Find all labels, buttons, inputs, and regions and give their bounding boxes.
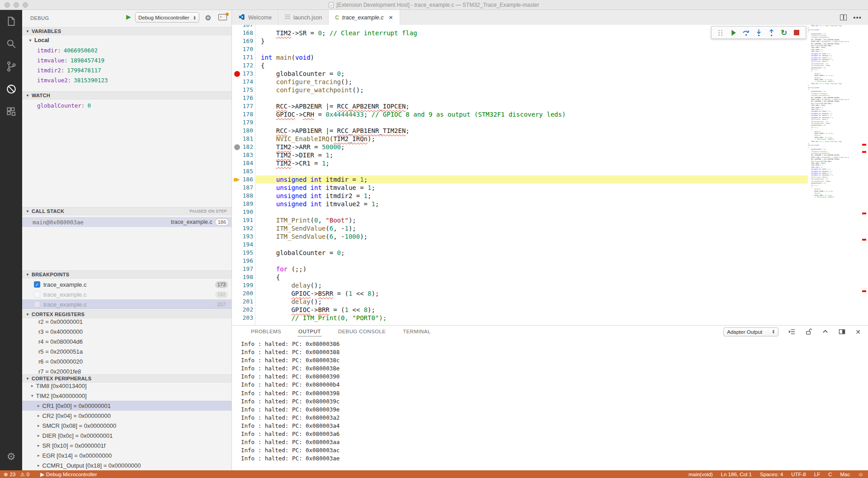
- more-actions-icon[interactable]: •••: [853, 14, 862, 21]
- feedback-smiley-icon[interactable]: ☺: [858, 472, 863, 477]
- code-line[interactable]: 184 TIM2->CR1 = 1;: [232, 159, 808, 167]
- code-line[interactable]: 186 unsigned int itmdir = 1;: [232, 175, 808, 184]
- toolbar-drag-grip[interactable]: [714, 27, 727, 38]
- code-line[interactable]: 178 GPIOC->CRH = 0x44444433; // GPIOC 8 …: [232, 110, 808, 118]
- peripheral-row[interactable]: ▸TIM8 [0x40013400]: [22, 381, 231, 391]
- tab-trace_example-c[interactable]: Ctrace_example.c✕: [329, 10, 400, 25]
- code-line[interactable]: 197 for (;;): [232, 265, 808, 273]
- code-line[interactable]: 199 delay();: [232, 281, 808, 289]
- peripheral-row[interactable]: ▾TIM2 [0x40000000]: [22, 391, 231, 401]
- code-line[interactable]: 177 RCC->APB2ENR |= RCC_APB2ENR_IOPCEN;: [232, 102, 808, 110]
- line-number[interactable]: 202: [232, 306, 261, 314]
- line-number[interactable]: 195: [232, 249, 261, 257]
- variable-row[interactable]: itmvalue2:3815390123: [22, 75, 231, 85]
- split-editor-icon[interactable]: [840, 14, 847, 20]
- watch-section-header[interactable]: ▼ WATCH: [22, 91, 231, 99]
- configure-gear-icon[interactable]: ⚙: [205, 14, 211, 22]
- start-debug-button[interactable]: ▶: [126, 13, 131, 20]
- panel-layout-icon[interactable]: [839, 328, 845, 335]
- code-line[interactable]: 200 GPIOC->BSRR = (1 << 8);: [232, 289, 808, 298]
- launch-config-dropdown[interactable]: Debug Microcontroller ▲▼: [135, 12, 199, 23]
- explorer-icon[interactable]: [0, 10, 22, 33]
- settings-gear-icon[interactable]: ⚙: [0, 447, 22, 467]
- debug-icon[interactable]: [0, 78, 22, 100]
- variable-row[interactable]: itmdir:4066950602: [22, 45, 231, 55]
- line-number[interactable]: 194: [232, 241, 261, 249]
- peripheral-row[interactable]: ▸CR2 [0x04] = 0x00000000: [22, 411, 231, 421]
- peripheral-row[interactable]: ▸SMCR [0x08] = 0x00000000: [22, 421, 231, 431]
- line-number[interactable]: 200: [232, 289, 261, 298]
- debug-console-icon[interactable]: ›: [218, 14, 227, 21]
- code-line[interactable]: 195 globalCounter = 0;: [232, 249, 808, 257]
- tab-welcome[interactable]: Welcome: [232, 10, 278, 25]
- code-line[interactable]: 176: [232, 94, 808, 102]
- line-number[interactable]: 187: [232, 184, 261, 192]
- register-row[interactable]: r5 = 0x2000051a: [22, 346, 231, 356]
- line-number[interactable]: 170: [232, 45, 261, 53]
- code-line[interactable]: 182 TIM2->ARR = 50000;: [232, 143, 808, 151]
- restart-button[interactable]: ↻: [778, 27, 790, 38]
- status-item-main-void-[interactable]: main(void): [689, 472, 713, 477]
- clear-output-icon[interactable]: [788, 328, 795, 335]
- line-number[interactable]: 185: [232, 167, 261, 175]
- code-line[interactable]: 180 RCC->APB1ENR |= RCC_APB1ENR_TIM2EN;: [232, 127, 808, 135]
- breakpoints-section-header[interactable]: ▼ BREAKPOINTS: [22, 270, 231, 279]
- status-item-spaces-4[interactable]: Spaces: 4: [760, 472, 783, 477]
- peripheral-row[interactable]: ▸DIER [0x0c] = 0x00000001: [22, 431, 231, 440]
- source-control-icon[interactable]: [0, 55, 22, 78]
- line-number[interactable]: 172: [232, 62, 261, 70]
- code-line[interactable]: 188 unsigned int itmdir2 = 1;: [232, 192, 808, 200]
- variables-section-header[interactable]: ▼ VARIABLES: [22, 27, 231, 35]
- code-line[interactable]: 173 globalCounter = 0;: [232, 70, 808, 78]
- line-number[interactable]: 171: [232, 53, 261, 62]
- step-over-button[interactable]: [740, 27, 752, 38]
- step-into-button[interactable]: [752, 27, 765, 38]
- status-item-utf-8[interactable]: UTF-8: [791, 472, 806, 477]
- line-number[interactable]: 176: [232, 94, 261, 102]
- register-row[interactable]: r4 = 0x080004d6: [22, 336, 231, 346]
- close-panel-icon[interactable]: ✕: [855, 328, 861, 336]
- breakpoint-row[interactable]: trace_example.c207: [22, 299, 231, 309]
- peripheral-row[interactable]: ▸SR [0x10] = 0x0000001f: [22, 440, 231, 450]
- panel-tab-output[interactable]: OUTPUT: [297, 327, 322, 336]
- search-icon[interactable]: [0, 33, 22, 55]
- debug-target-status[interactable]: ▶ Debug Microcontroller: [40, 471, 97, 478]
- line-number[interactable]: 178: [232, 110, 261, 118]
- line-number[interactable]: 198: [232, 273, 261, 281]
- line-number[interactable]: 168: [232, 29, 261, 37]
- code-line[interactable]: 202 GPIOC->BRR = (1 << 8);: [232, 306, 808, 314]
- line-number[interactable]: 203: [232, 314, 261, 322]
- watch-row[interactable]: globalCounter:0: [22, 100, 231, 110]
- stack-frame-row[interactable]: main@0x080003ae trace_example.c186: [22, 217, 231, 227]
- breakpoint-checkbox[interactable]: [34, 291, 40, 298]
- line-number[interactable]: 188: [232, 192, 261, 200]
- line-number[interactable]: 192: [232, 224, 261, 232]
- breakpoint-row[interactable]: ✓trace_example.c173: [22, 279, 231, 289]
- breakpoint-checkbox[interactable]: [34, 301, 40, 308]
- variable-row[interactable]: itmvalue:1898457419: [22, 55, 231, 65]
- code-line[interactable]: 189 unsigned int itmvalue2 = 1;: [232, 200, 808, 208]
- register-row[interactable]: r6 = 0x00000020: [22, 356, 231, 366]
- line-number[interactable]: 190: [232, 208, 261, 216]
- code-line[interactable]: 171int main(void): [232, 53, 808, 62]
- extensions-icon[interactable]: [0, 100, 22, 123]
- status-item-lf[interactable]: LF: [814, 472, 820, 477]
- close-tab-icon[interactable]: ✕: [389, 14, 393, 21]
- output-console[interactable]: Info : halted: PC: 0x08000386Info : halt…: [232, 338, 868, 470]
- code-line[interactable]: 190: [232, 208, 808, 216]
- code-line[interactable]: 193 ITM_SendValue(6, -1000);: [232, 232, 808, 241]
- line-number[interactable]: 175: [232, 86, 261, 94]
- breakpoint-row[interactable]: trace_example.c182: [22, 289, 231, 299]
- peripheral-row[interactable]: ▸CCMR1_Output [0x18] = 0x00000000: [22, 460, 231, 470]
- code-line[interactable]: 174 configure_tracing();: [232, 78, 808, 86]
- tab-launch-json[interactable]: launch.json: [278, 10, 329, 25]
- register-row[interactable]: r3 = 0x40000000: [22, 327, 231, 336]
- line-number[interactable]: 193: [232, 232, 261, 241]
- breakpoint-dot[interactable]: [234, 71, 240, 77]
- code-line[interactable]: 170: [232, 45, 808, 53]
- panel-tab-debug-console[interactable]: DEBUG CONSOLE: [337, 327, 387, 336]
- stop-button[interactable]: [790, 27, 803, 38]
- minimap[interactable]: TIM2->SR = 0; // Clear interrupt flag}in…: [808, 25, 849, 325]
- call-stack-section-header[interactable]: ▼ CALL STACK PAUSED ON STEP: [22, 207, 231, 215]
- code-line[interactable]: 175 configure_watchpoint();: [232, 86, 808, 94]
